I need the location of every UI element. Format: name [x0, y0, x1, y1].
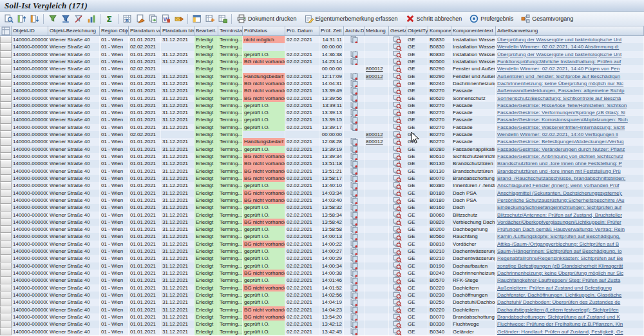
row-selector[interactable]	[0, 95, 12, 102]
archiv-dok-cell[interactable]	[344, 116, 365, 123]
arbeitsanweisung-link[interactable]: Anschlagpunkt Fenster (innen): wenn vorh…	[497, 183, 619, 188]
gesetze-icon[interactable]	[393, 233, 402, 240]
archive-doc-icon[interactable]	[350, 58, 359, 65]
detail-button[interactable]	[3, 13, 15, 25]
arbeitsanweisung-link[interactable]: Eindeckung/Schneefangeinrichtungen: Sich…	[497, 204, 621, 210]
gesetze-cell[interactable]	[389, 153, 406, 160]
row-selector[interactable]	[0, 262, 12, 270]
archiv-dok-cell[interactable]	[344, 87, 365, 94]
row-selector[interactable]	[0, 51, 12, 58]
arbeitsanweisung-link[interactable]: Dachrinnenheizung: keine Überprüfung mög…	[497, 270, 623, 276]
column-header-16[interactable]: Komponententext	[451, 26, 496, 36]
arbeitsanweisung-link[interactable]: Geländer: Handlauf: Prüfen auf Zustand, …	[497, 329, 623, 335]
archive-doc-icon[interactable]	[350, 233, 359, 240]
gesetze-cell[interactable]	[389, 175, 406, 182]
gesetze-icon[interactable]	[393, 43, 402, 50]
archive-doc-icon[interactable]	[350, 197, 359, 204]
arbeitsanweisung-link[interactable]: Außenwandbekleidungen, Fassaden: allgeme…	[497, 88, 624, 94]
gesetze-icon[interactable]	[393, 321, 402, 328]
column-header-9[interactable]: Prü. Datum	[285, 26, 319, 36]
gesetze-icon[interactable]	[393, 190, 402, 197]
sort-descending-button[interactable]	[28, 13, 41, 25]
archive-doc-icon[interactable]	[350, 116, 359, 123]
filter-button[interactable]	[59, 13, 71, 25]
gesetze-cell[interactable]	[389, 87, 406, 94]
row-selector[interactable]	[0, 219, 12, 226]
archiv-dok-cell[interactable]	[344, 51, 365, 58]
gesetze-cell[interactable]	[389, 262, 406, 270]
arbeitsanweisung-link[interactable]: Wendelin Wimmer: 02.02.2021, 14:40 Fügen…	[497, 66, 620, 72]
row-selector[interactable]	[0, 292, 12, 299]
archive-doc-icon[interactable]	[350, 182, 359, 189]
arbeitsanweisung-link[interactable]: Wendelin Wimmer: 02.02.2021, 14:40 Absti…	[497, 44, 619, 50]
archiv-dok-cell[interactable]	[344, 277, 365, 284]
archive-doc-icon[interactable]	[350, 262, 359, 270]
arbeitsanweisung-link[interactable]: Fassade/Gesimse: Befestigungen/Abdeckung…	[497, 139, 624, 144]
column-header-13[interactable]: Gesetze	[389, 26, 406, 36]
arbeitsanweisung-link[interactable]: Rauchfangkehrer-Lauftreppen/ Steg: Prüfe…	[497, 277, 620, 283]
arbeitsanweisung-link[interactable]: Vordächer/Überkopfverglasungen/Lichtkupp…	[497, 219, 621, 225]
archiv-dok-cell[interactable]	[344, 95, 365, 102]
archive-doc-icon[interactable]	[350, 313, 359, 321]
column-header-3[interactable]: Region Objekt	[100, 26, 129, 36]
arbeitsanweisung-link[interactable]: Saum-/Hängerinnen: Sichtprüfen auf Besch…	[497, 248, 621, 254]
archiv-dok-cell[interactable]	[344, 190, 365, 197]
row-selector[interactable]	[0, 102, 12, 109]
gesetze-cell[interactable]	[389, 51, 406, 58]
archiv-dok-cell[interactable]	[344, 36, 365, 43]
gesetze-icon[interactable]	[393, 255, 402, 262]
archive-doc-icon[interactable]	[350, 36, 359, 43]
archive-doc-icon[interactable]	[350, 73, 359, 80]
arbeitsanweisung-link[interactable]: Brandabschottungen: Sichtprüfung auf Zus…	[497, 314, 620, 320]
gesetze-cell[interactable]	[389, 138, 406, 145]
archive-doc-icon[interactable]	[350, 306, 359, 313]
archive-doc-icon[interactable]	[350, 153, 359, 160]
gesetze-icon[interactable]	[393, 306, 402, 313]
gesetze-cell[interactable]	[389, 160, 406, 167]
row-selector[interactable]	[0, 109, 12, 116]
gesetze-cell[interactable]	[389, 219, 406, 226]
archive-doc-icon[interactable]	[350, 109, 359, 116]
row-selector[interactable]	[0, 226, 12, 233]
gesetze-icon[interactable]	[393, 80, 402, 87]
gesetze-icon[interactable]	[393, 124, 402, 131]
meldung-link[interactable]: 800012	[366, 132, 383, 137]
gesetze-cell[interactable]	[389, 102, 406, 109]
archiv-dok-cell[interactable]	[344, 313, 365, 321]
gesetze-cell[interactable]	[389, 292, 406, 299]
arbeitsanweisung-link[interactable]: Außentüren und -fenster: Sichtprobe auf …	[497, 74, 620, 79]
column-header-6[interactable]: Bearbeit.	[194, 26, 218, 36]
row-selector[interactable]	[0, 131, 12, 138]
column-header-11[interactable]: Archiv.Dok	[344, 26, 365, 36]
row-selector[interactable]	[0, 204, 12, 211]
gesetze-icon[interactable]	[393, 51, 402, 58]
gesetze-icon[interactable]	[393, 131, 402, 138]
gesetze-icon[interactable]	[393, 241, 402, 248]
meldung-link[interactable]: 800012	[366, 66, 383, 72]
gesetze-cell[interactable]	[389, 109, 406, 116]
column-header-1[interactable]: Objekt-ID	[12, 26, 48, 36]
gesetze-icon[interactable]	[393, 160, 402, 167]
row-selector[interactable]	[0, 306, 12, 313]
archiv-dok-cell[interactable]	[344, 102, 365, 109]
archive-doc-icon[interactable]	[350, 190, 359, 197]
gesetze-cell[interactable]	[389, 36, 406, 43]
gesetze-icon[interactable]	[393, 212, 402, 219]
gesetze-icon[interactable]	[393, 73, 402, 80]
gesetze-cell[interactable]	[389, 233, 406, 240]
archiv-dok-cell[interactable]	[344, 321, 365, 328]
gesetze-cell[interactable]	[389, 146, 406, 153]
archiv-dok-cell[interactable]	[344, 306, 365, 313]
gesetze-cell[interactable]	[389, 95, 406, 102]
archive-doc-icon[interactable]	[350, 124, 359, 131]
archiv-dok-cell[interactable]	[344, 328, 365, 335]
gesetze-icon[interactable]	[393, 138, 402, 145]
column-header-15[interactable]: Komponente	[428, 26, 451, 36]
choose-layout-button[interactable]	[191, 13, 203, 25]
gesetze-icon[interactable]	[393, 87, 402, 94]
gesetze-cell[interactable]	[389, 306, 406, 313]
row-selector[interactable]	[0, 277, 12, 284]
gesetze-icon[interactable]	[393, 168, 402, 175]
column-header-12[interactable]: Meldung	[365, 26, 389, 36]
arbeitsanweisung-link[interactable]: Dachaufstiegsleitern (Leitern festverleg…	[497, 307, 619, 313]
